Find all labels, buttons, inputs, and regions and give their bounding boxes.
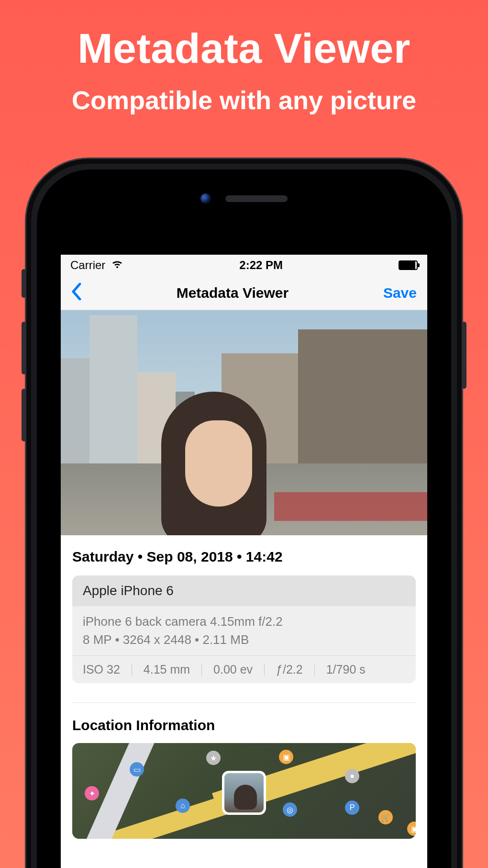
section-divider <box>72 702 416 703</box>
resolution-info: 8 MP • 3264 x 2448 • 2.11 MB <box>83 631 405 649</box>
exif-row: ISO 32 4.15 mm 0.00 ev ƒ/2.2 1/790 s <box>72 655 416 683</box>
phone-bezel: Carrier 2:22 PM Metadata Viewer Save <box>37 169 451 868</box>
exif-focal: 4.15 mm <box>144 663 190 676</box>
speaker-slot-icon <box>225 195 288 202</box>
phone-volume-down <box>22 389 26 441</box>
front-camera-icon <box>200 193 211 204</box>
promo-subtitle: Compatible with any picture <box>0 85 488 115</box>
back-button[interactable] <box>71 283 82 303</box>
phone-power-button <box>462 322 466 389</box>
location-section-title: Location Information <box>61 717 427 743</box>
navigation-bar: Metadata Viewer Save <box>61 276 427 310</box>
map-pin-icon: ▣ <box>407 822 416 836</box>
wifi-icon <box>111 259 123 272</box>
page-title: Metadata Viewer <box>177 285 289 301</box>
phone-frame: Carrier 2:22 PM Metadata Viewer Save <box>26 159 462 868</box>
map-pin-icon: ★ <box>206 751 221 765</box>
save-button[interactable]: Save <box>383 285 417 301</box>
device-name: Apple iPhone 6 <box>72 575 416 606</box>
exif-ev: 0.00 ev <box>213 663 253 676</box>
exif-aperture: ƒ/2.2 <box>276 663 303 676</box>
exif-shutter: 1/790 s <box>326 663 366 676</box>
lens-info: iPhone 6 back camera 4.15mm f/2.2 <box>83 613 405 631</box>
status-time: 2:22 PM <box>239 259 283 272</box>
map-pin-icon: 🛒 <box>378 810 393 824</box>
promo-title: Metadata Viewer <box>0 0 488 73</box>
location-map[interactable]: ✦ ▭ ★ ▣ ⌂ ◎ ● P 🛒 ▣ <box>72 743 416 839</box>
map-photo-thumbnail[interactable] <box>222 771 266 815</box>
map-pin-icon: ◎ <box>283 802 297 817</box>
photo-preview[interactable] <box>61 310 427 535</box>
photo-datetime: Saturday • Sep 08, 2018 • 14:42 <box>72 549 416 565</box>
map-pin-icon: ▣ <box>279 750 293 764</box>
map-pin-icon: P <box>345 800 359 815</box>
battery-icon <box>399 260 418 270</box>
phone-sensor-bar <box>200 193 288 204</box>
phone-screen: Carrier 2:22 PM Metadata Viewer Save <box>61 255 427 868</box>
map-pin-icon: ● <box>345 769 359 783</box>
exif-iso: ISO 32 <box>83 663 120 676</box>
phone-mute-switch <box>22 269 26 298</box>
content-scroll[interactable]: Saturday • Sep 08, 2018 • 14:42 Apple iP… <box>61 310 427 839</box>
carrier-label: Carrier <box>70 259 105 272</box>
status-bar: Carrier 2:22 PM <box>61 255 427 276</box>
phone-volume-up <box>22 322 26 374</box>
device-card: Apple iPhone 6 iPhone 6 back camera 4.15… <box>72 575 416 683</box>
map-pin-icon: ✦ <box>85 786 99 800</box>
map-pin-icon: ▭ <box>130 762 144 777</box>
